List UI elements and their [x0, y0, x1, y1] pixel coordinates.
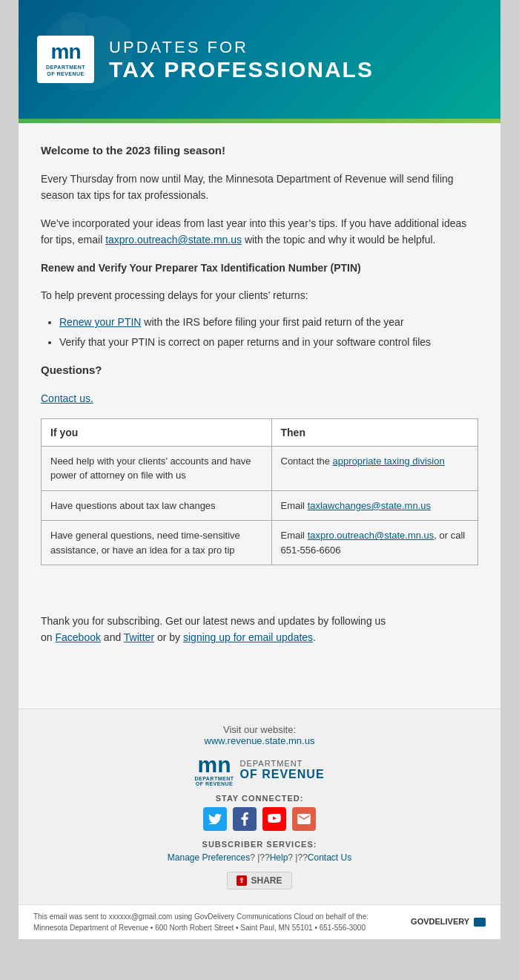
para2: We’ve incorporated your ideas from last … — [41, 215, 478, 249]
table-col2-header: Then — [271, 418, 478, 446]
share-button-wrapper: ⇧ SHARE — [33, 872, 486, 889]
table-col2-cell-1: Email taxlawchanges@state.mn.us — [271, 490, 478, 521]
footer-logo-mark: mn DEPARTMENTOF REVENUE — [194, 754, 234, 786]
table-col1-cell-1: Have questions about tax law changes — [42, 490, 272, 521]
govdelivery-logo: GOVDELIVERY — [411, 917, 486, 927]
table-row: Have general questions, need time-sensit… — [42, 521, 478, 565]
manage-preferences-link[interactable]: Manage Preferences — [168, 852, 250, 863]
twitter-link[interactable]: Twitter — [124, 631, 154, 643]
section1-heading: Renew and Verify Your Preparer Tax Ident… — [41, 260, 478, 276]
questions-heading: Questions? — [41, 361, 478, 379]
contact-us-footer-link[interactable]: Contact Us — [308, 852, 351, 863]
table-col2-cell-2: Email taxpro.outreach@state.mn.us, or ca… — [271, 521, 478, 565]
table-col1-cell-2: Have general questions, need time-sensit… — [42, 521, 272, 565]
renew-ptin-link[interactable]: Renew your PTIN — [59, 316, 141, 328]
table-col2-cell-0: Contact the appropriate taxing division — [271, 446, 478, 490]
contact-us-link[interactable]: Contact us. — [41, 392, 93, 404]
body-content: Welcome to the 2023 filing season! Every… — [19, 123, 500, 708]
contact-text: Contact us. — [41, 390, 478, 407]
thanks-para: Thank you for subscribing. Get our lates… — [41, 613, 478, 646]
ptin-list: Renew your PTIN with the IRS before fili… — [59, 315, 478, 350]
social-icons — [33, 807, 486, 831]
table-link-0[interactable]: appropriate taxing division — [333, 456, 445, 467]
website-link[interactable]: www.revenue.state.mn.us — [205, 735, 315, 746]
table-link-1[interactable]: taxlawchanges@state.mn.us — [308, 500, 431, 511]
stay-connected-label: STAY CONNECTED: — [33, 794, 486, 803]
footer: Visit our website: www.revenue.state.mn.… — [19, 708, 500, 904]
mn-logo: mn DEPARTMENTOF REVENUE — [37, 36, 94, 83]
table-row: Need help with your clients’ accounts an… — [42, 446, 478, 490]
footer-logo-letters: mn — [197, 754, 231, 776]
table-row: Have questions about tax law changesEmai… — [42, 490, 478, 521]
facebook-link[interactable]: Facebook — [55, 631, 100, 643]
subscriber-services-label: SUBSCRIBER SERVICES: — [33, 840, 486, 849]
bottom-bar-text: This email was sent to xxxxxx@gmail.com … — [33, 911, 403, 933]
bottom-bar: This email was sent to xxxxxx@gmail.com … — [19, 904, 500, 939]
info-table: If you Then Need help with your clients’… — [41, 418, 478, 566]
footer-dept-name: DEPARTMENT OF REVENUE — [240, 759, 325, 781]
spacer1: ​ — [41, 580, 478, 602]
subscriber-links: Manage Preferences? |??Help? |??Contact … — [33, 852, 486, 863]
youtube-social-icon[interactable] — [262, 807, 286, 831]
outreach-email-link[interactable]: taxpro.outreach@state.mn.us — [105, 234, 242, 246]
header-banner: mn DEPARTMENTOF REVENUE UPDATES FOR TAX … — [19, 0, 500, 119]
facebook-social-icon[interactable] — [233, 807, 257, 831]
welcome-text: Welcome to the 2023 filing season! — [41, 142, 478, 160]
footer-website: Visit our website: www.revenue.state.mn.… — [33, 724, 486, 746]
para1: Every Thursday from now until May, the M… — [41, 171, 478, 204]
footer-dept-text: DEPARTMENTOF REVENUE — [194, 776, 234, 786]
rss-social-icon[interactable] — [292, 807, 316, 831]
logo-dept: DEPARTMENTOF REVENUE — [46, 64, 85, 77]
bullet1: Renew your PTIN with the IRS before fili… — [59, 315, 478, 330]
share-icon: ⇧ — [237, 875, 247, 886]
section1-intro: To help prevent processing delays for yo… — [41, 287, 478, 303]
header-title: UPDATES FOR TAX PROFESSIONALS — [109, 38, 374, 82]
table-col1-cell-0: Need help with your clients’ accounts an… — [42, 446, 272, 490]
share-button[interactable]: ⇧ SHARE — [227, 872, 291, 889]
help-link[interactable]: Help — [270, 852, 288, 863]
envelope-icon — [474, 918, 486, 927]
bullet2: Verify that your PTIN is correct on pape… — [59, 335, 478, 350]
footer-mn-logo: mn DEPARTMENTOF REVENUE DEPARTMENT OF RE… — [33, 754, 486, 786]
logo-letters: mn — [51, 42, 81, 62]
table-col1-header: If you — [42, 418, 272, 446]
twitter-social-icon[interactable] — [203, 807, 227, 831]
table-link-2[interactable]: taxpro.outreach@state.mn.us — [308, 530, 434, 541]
signup-link[interactable]: signing up for email updates — [183, 631, 313, 643]
spacer2: ​ — [41, 657, 478, 679]
